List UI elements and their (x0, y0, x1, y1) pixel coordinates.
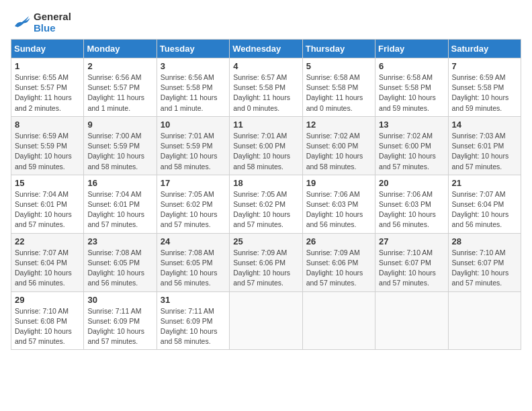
calendar-cell: 22Sunrise: 7:07 AMSunset: 6:04 PMDayligh… (11, 233, 84, 291)
day-number: 18 (233, 178, 298, 188)
day-number: 16 (87, 178, 152, 188)
calendar-cell: 25Sunrise: 7:09 AMSunset: 6:06 PMDayligh… (230, 233, 302, 291)
day-info: Sunrise: 7:05 AMSunset: 6:02 PMDaylight:… (233, 189, 298, 230)
day-info: Sunrise: 7:09 AMSunset: 6:06 PMDaylight:… (306, 248, 371, 289)
day-number: 12 (306, 120, 371, 130)
day-number: 29 (15, 295, 80, 305)
day-info: Sunrise: 6:58 AMSunset: 5:58 PMDaylight:… (306, 73, 371, 113)
calendar-cell: 9Sunrise: 7:00 AMSunset: 5:59 PMDaylight… (84, 116, 157, 175)
day-number: 2 (87, 61, 152, 71)
weekday-header-wednesday: Wednesday (230, 40, 302, 58)
day-number: 17 (161, 178, 226, 188)
day-info: Sunrise: 7:10 AMSunset: 6:08 PMDaylight:… (15, 306, 80, 347)
day-info: Sunrise: 7:07 AMSunset: 6:04 PMDaylight:… (452, 189, 517, 230)
day-info: Sunrise: 7:10 AMSunset: 6:07 PMDaylight:… (379, 248, 444, 289)
day-number: 21 (452, 178, 517, 188)
day-number: 30 (87, 295, 152, 305)
day-info: Sunrise: 7:02 AMSunset: 6:00 PMDaylight:… (306, 131, 371, 172)
calendar-cell: 3Sunrise: 6:56 AMSunset: 5:58 PMDaylight… (157, 58, 229, 117)
calendar-cell: 15Sunrise: 7:04 AMSunset: 6:01 PMDayligh… (11, 175, 84, 233)
day-number: 19 (306, 178, 371, 188)
day-number: 20 (379, 178, 444, 188)
day-number: 27 (379, 236, 444, 246)
calendar-cell: 18Sunrise: 7:05 AMSunset: 6:02 PMDayligh… (230, 175, 302, 233)
calendar-cell: 5Sunrise: 6:58 AMSunset: 5:58 PMDaylight… (302, 58, 375, 117)
day-number: 9 (87, 120, 152, 130)
logo: General Blue (11, 11, 71, 34)
calendar-cell: 20Sunrise: 7:06 AMSunset: 6:03 PMDayligh… (375, 175, 448, 233)
calendar-week-row: 15Sunrise: 7:04 AMSunset: 6:01 PMDayligh… (11, 175, 521, 233)
calendar-week-row: 1Sunrise: 6:55 AMSunset: 5:57 PMDaylight… (11, 58, 521, 117)
day-number: 22 (15, 236, 80, 246)
day-number: 14 (452, 120, 517, 130)
calendar-cell: 6Sunrise: 6:58 AMSunset: 5:58 PMDaylight… (375, 58, 448, 117)
day-number: 11 (233, 120, 298, 130)
weekday-header-monday: Monday (84, 40, 157, 58)
calendar-cell: 13Sunrise: 7:02 AMSunset: 6:00 PMDayligh… (375, 116, 448, 175)
day-info: Sunrise: 6:55 AMSunset: 5:57 PMDaylight:… (15, 73, 80, 113)
calendar-cell: 1Sunrise: 6:55 AMSunset: 5:57 PMDaylight… (11, 58, 84, 117)
day-info: Sunrise: 7:05 AMSunset: 6:02 PMDaylight:… (161, 189, 226, 230)
day-number: 1 (15, 61, 80, 71)
day-number: 10 (161, 120, 226, 130)
logo-text-line2: Blue (34, 22, 71, 34)
day-info: Sunrise: 7:01 AMSunset: 6:00 PMDaylight:… (233, 131, 298, 172)
calendar-cell: 10Sunrise: 7:01 AMSunset: 5:59 PMDayligh… (157, 116, 229, 175)
calendar-cell: 16Sunrise: 7:04 AMSunset: 6:01 PMDayligh… (84, 175, 157, 233)
calendar-cell: 23Sunrise: 7:08 AMSunset: 6:05 PMDayligh… (84, 233, 157, 291)
calendar-cell: 4Sunrise: 6:57 AMSunset: 5:58 PMDaylight… (230, 58, 302, 117)
weekday-header-sunday: Sunday (11, 40, 84, 58)
page-header: General Blue (11, 11, 521, 34)
day-info: Sunrise: 7:11 AMSunset: 6:09 PMDaylight:… (87, 306, 152, 347)
calendar-cell: 14Sunrise: 7:03 AMSunset: 6:01 PMDayligh… (448, 116, 521, 175)
weekday-header-tuesday: Tuesday (157, 40, 229, 58)
day-info: Sunrise: 7:08 AMSunset: 6:05 PMDaylight:… (87, 248, 152, 289)
day-info: Sunrise: 6:59 AMSunset: 5:58 PMDaylight:… (452, 73, 517, 113)
day-info: Sunrise: 6:58 AMSunset: 5:58 PMDaylight:… (379, 73, 444, 113)
calendar-cell: 31Sunrise: 7:11 AMSunset: 6:09 PMDayligh… (157, 291, 229, 350)
day-info: Sunrise: 6:56 AMSunset: 5:58 PMDaylight:… (161, 73, 226, 113)
calendar-week-row: 29Sunrise: 7:10 AMSunset: 6:08 PMDayligh… (11, 291, 521, 350)
calendar-cell (302, 291, 375, 350)
calendar-cell (375, 291, 448, 350)
weekday-header-friday: Friday (375, 40, 448, 58)
day-number: 15 (15, 178, 80, 188)
day-number: 13 (379, 120, 444, 130)
day-number: 26 (306, 236, 371, 246)
day-info: Sunrise: 7:01 AMSunset: 5:59 PMDaylight:… (161, 131, 226, 172)
calendar-table: SundayMondayTuesdayWednesdayThursdayFrid… (11, 39, 521, 350)
day-number: 24 (161, 236, 226, 246)
day-number: 23 (87, 236, 152, 246)
day-number: 31 (161, 295, 226, 305)
calendar-header-row: SundayMondayTuesdayWednesdayThursdayFrid… (11, 40, 521, 58)
day-info: Sunrise: 6:59 AMSunset: 5:59 PMDaylight:… (15, 131, 80, 172)
calendar-cell: 24Sunrise: 7:08 AMSunset: 6:05 PMDayligh… (157, 233, 229, 291)
day-number: 4 (233, 61, 298, 71)
day-number: 7 (452, 61, 517, 71)
calendar-cell: 19Sunrise: 7:06 AMSunset: 6:03 PMDayligh… (302, 175, 375, 233)
logo-text-line1: General (34, 11, 71, 22)
day-number: 3 (161, 61, 226, 71)
calendar-week-row: 8Sunrise: 6:59 AMSunset: 5:59 PMDaylight… (11, 116, 521, 175)
day-info: Sunrise: 7:08 AMSunset: 6:05 PMDaylight:… (161, 248, 226, 289)
calendar-cell: 7Sunrise: 6:59 AMSunset: 5:58 PMDaylight… (448, 58, 521, 117)
calendar-cell: 27Sunrise: 7:10 AMSunset: 6:07 PMDayligh… (375, 233, 448, 291)
day-info: Sunrise: 6:56 AMSunset: 5:57 PMDaylight:… (87, 73, 152, 113)
calendar-cell: 8Sunrise: 6:59 AMSunset: 5:59 PMDaylight… (11, 116, 84, 175)
logo-icon (11, 12, 31, 32)
calendar-week-row: 22Sunrise: 7:07 AMSunset: 6:04 PMDayligh… (11, 233, 521, 291)
day-number: 8 (15, 120, 80, 130)
calendar-cell (448, 291, 521, 350)
day-number: 6 (379, 61, 444, 71)
day-info: Sunrise: 7:02 AMSunset: 6:00 PMDaylight:… (379, 131, 444, 172)
calendar-cell: 30Sunrise: 7:11 AMSunset: 6:09 PMDayligh… (84, 291, 157, 350)
calendar-cell: 21Sunrise: 7:07 AMSunset: 6:04 PMDayligh… (448, 175, 521, 233)
weekday-header-thursday: Thursday (302, 40, 375, 58)
day-info: Sunrise: 6:57 AMSunset: 5:58 PMDaylight:… (233, 73, 298, 113)
day-info: Sunrise: 7:09 AMSunset: 6:06 PMDaylight:… (233, 248, 298, 289)
day-info: Sunrise: 7:11 AMSunset: 6:09 PMDaylight:… (161, 306, 226, 347)
day-info: Sunrise: 7:07 AMSunset: 6:04 PMDaylight:… (15, 248, 80, 289)
day-number: 5 (306, 61, 371, 71)
day-info: Sunrise: 7:06 AMSunset: 6:03 PMDaylight:… (379, 189, 444, 230)
day-info: Sunrise: 7:00 AMSunset: 5:59 PMDaylight:… (87, 131, 152, 172)
